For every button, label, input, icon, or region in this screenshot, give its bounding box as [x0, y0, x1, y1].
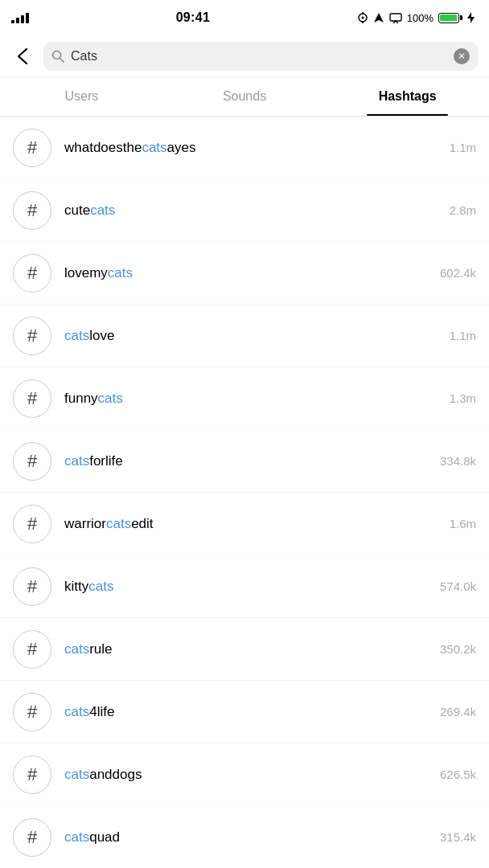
hashtag-icon: #	[13, 693, 51, 731]
hashtag-count: 1.1m	[450, 329, 476, 342]
status-bar: 09:41 100%	[0, 0, 489, 35]
hashtag-item[interactable]: #whatdoesthecatsayes1.1m	[0, 117, 489, 179]
hashtag-text: lovemycats	[64, 265, 432, 281]
hashtag-icon: #	[13, 317, 51, 355]
hashtag-count: 315.4k	[440, 830, 476, 844]
charging-icon	[467, 12, 475, 23]
hashtag-item[interactable]: #warriorcatsedit1.6m	[0, 493, 489, 555]
search-bar: Cats ✕	[0, 35, 489, 77]
signal-icon	[11, 12, 29, 23]
location-icon	[357, 12, 368, 23]
status-left	[11, 12, 29, 23]
search-icon	[51, 50, 64, 63]
svg-point-1	[361, 17, 364, 19]
hashtag-icon: #	[13, 379, 51, 418]
tabs: Users Sounds Hashtags	[0, 77, 489, 117]
hashtag-count: 602.4k	[440, 266, 476, 280]
hashtag-icon: #	[13, 129, 51, 167]
hashtag-text: catsquad	[64, 829, 432, 845]
hashtag-item[interactable]: #funnycats1.3m	[0, 367, 489, 430]
hashtag-item[interactable]: #catsforlife334.8k	[0, 430, 489, 493]
navigation-icon	[373, 12, 384, 23]
status-right: 100%	[357, 12, 475, 24]
clear-button[interactable]: ✕	[454, 48, 470, 64]
hashtag-text: funnycats	[64, 391, 442, 407]
hashtag-item[interactable]: #cutecats2.8m	[0, 179, 489, 242]
hashtag-text: catsrule	[64, 641, 432, 657]
hashtag-count: 334.8k	[440, 454, 476, 468]
search-input-area[interactable]: Cats ✕	[43, 42, 478, 71]
hashtag-icon: #	[13, 755, 51, 794]
hashtag-icon: #	[13, 191, 51, 230]
hashtag-icon: #	[13, 567, 51, 606]
hashtag-item[interactable]: #catslove1.1m	[0, 305, 489, 367]
hashtag-text: cutecats	[64, 203, 442, 219]
svg-rect-5	[390, 14, 401, 21]
hashtag-icon: #	[13, 442, 51, 481]
svg-line-8	[60, 58, 64, 62]
tab-hashtags[interactable]: Hashtags	[326, 77, 489, 116]
hashtag-text: cats4life	[64, 704, 432, 720]
hashtag-icon: #	[13, 254, 51, 293]
hashtag-count: 1.6m	[450, 517, 476, 530]
hashtag-item[interactable]: #catsanddogs626.5k	[0, 743, 489, 806]
hashtag-list: #whatdoesthecatsayes1.1m#cutecats2.8m#lo…	[0, 117, 489, 868]
hashtag-text: catsanddogs	[64, 767, 432, 783]
battery-percent: 100%	[407, 12, 434, 24]
hashtag-text: catslove	[64, 328, 442, 344]
hashtag-item[interactable]: #catsrule350.2k	[0, 618, 489, 681]
svg-marker-4	[374, 13, 384, 23]
hashtag-count: 2.8m	[450, 203, 476, 217]
tab-sounds[interactable]: Sounds	[163, 77, 327, 116]
hashtag-text: warriorcatsedit	[64, 516, 442, 532]
hashtag-count: 626.5k	[440, 768, 476, 781]
hashtag-text: catsforlife	[64, 453, 432, 469]
hashtag-item[interactable]: #kittycats574.0k	[0, 555, 489, 618]
search-input[interactable]: Cats	[71, 49, 447, 63]
hashtag-item[interactable]: #lovemycats602.4k	[0, 242, 489, 305]
hashtag-icon: #	[13, 818, 51, 857]
hashtag-count: 350.2k	[440, 642, 476, 656]
hashtag-text: whatdoesthecatsayes	[64, 140, 442, 156]
hashtag-count: 1.1m	[450, 141, 476, 154]
hashtag-item[interactable]: #catsquad315.4k	[0, 806, 489, 868]
battery-icon	[438, 13, 462, 23]
hashtag-icon: #	[13, 630, 51, 669]
airplay-icon	[389, 13, 402, 23]
svg-marker-6	[467, 12, 475, 23]
hashtag-text: kittycats	[64, 579, 432, 595]
hashtag-item[interactable]: #cats4life269.4k	[0, 681, 489, 743]
hashtag-icon: #	[13, 505, 51, 543]
hashtag-count: 269.4k	[440, 705, 476, 719]
hashtag-count: 1.3m	[450, 391, 476, 405]
tab-users[interactable]: Users	[0, 77, 163, 116]
hashtag-count: 574.0k	[440, 579, 476, 593]
back-button[interactable]	[11, 45, 34, 68]
status-time: 09:41	[176, 10, 210, 25]
